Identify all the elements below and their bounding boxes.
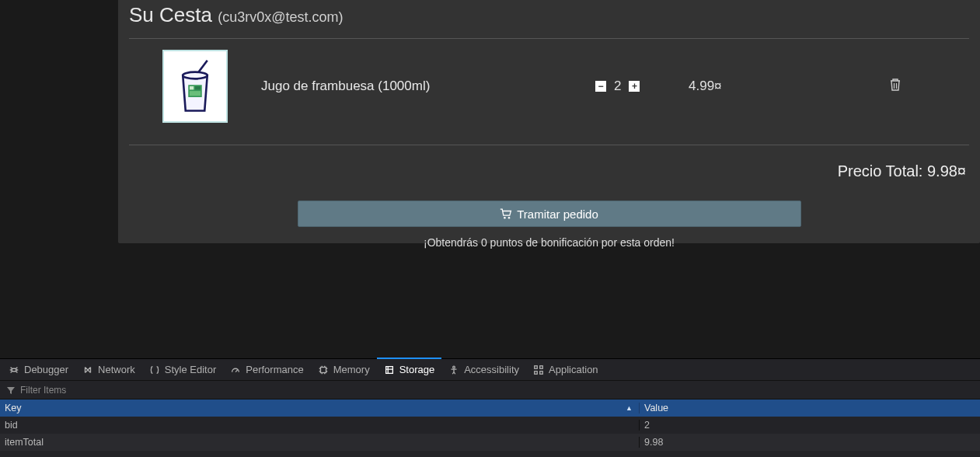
debugger-icon bbox=[9, 365, 19, 375]
divider bbox=[129, 145, 969, 145]
cart-panel: Su Cesta (cu3rv0x@test.com) bbox=[118, 0, 980, 243]
svg-point-9 bbox=[508, 217, 511, 219]
tab-style-editor[interactable]: Style Editor bbox=[142, 358, 223, 381]
cart-title: Su Cesta (cu3rv0x@test.com) bbox=[129, 3, 969, 27]
memory-icon bbox=[318, 365, 329, 375]
tab-storage[interactable]: Storage bbox=[377, 358, 442, 381]
svg-point-8 bbox=[504, 217, 506, 219]
increase-qty-button[interactable]: + bbox=[629, 81, 640, 92]
tab-debugger[interactable]: Debugger bbox=[2, 358, 75, 381]
cart-icon bbox=[500, 208, 512, 220]
svg-rect-16 bbox=[540, 371, 543, 374]
item-price: 4.99¤ bbox=[689, 78, 821, 94]
tab-application[interactable]: Application bbox=[526, 358, 605, 381]
svg-rect-5 bbox=[190, 91, 201, 96]
quantity-value: 2 bbox=[614, 78, 621, 94]
tab-accessibility[interactable]: Accessibility bbox=[441, 358, 526, 381]
tab-label: Storage bbox=[399, 364, 435, 375]
item-thumbnail[interactable] bbox=[162, 50, 228, 123]
column-header-key[interactable]: Key ▲ bbox=[0, 403, 640, 413]
tab-label: Accessibility bbox=[464, 364, 519, 375]
column-header-value[interactable]: Value bbox=[640, 403, 980, 413]
cell-value: 9.98 bbox=[640, 437, 980, 448]
performance-icon bbox=[230, 365, 241, 375]
decrease-qty-button[interactable]: − bbox=[595, 81, 606, 92]
cell-key: itemTotal bbox=[0, 437, 640, 448]
tab-label: Performance bbox=[246, 364, 303, 375]
tab-memory[interactable]: Memory bbox=[311, 358, 377, 381]
svg-rect-14 bbox=[540, 365, 543, 368]
tab-label: Network bbox=[98, 364, 135, 375]
checkout-section: Tramitar pedido ¡Obtendrás 0 puntos de b… bbox=[129, 201, 969, 249]
tab-label: Application bbox=[549, 364, 598, 375]
svg-rect-15 bbox=[535, 371, 538, 374]
svg-rect-3 bbox=[190, 86, 194, 89]
item-thumbnail-wrap bbox=[129, 50, 261, 123]
column-value-label: Value bbox=[644, 403, 668, 413]
devtools-panel: Debugger Network Style Editor Performanc… bbox=[0, 358, 980, 457]
tab-label: Style Editor bbox=[165, 364, 216, 375]
accessibility-icon bbox=[448, 365, 459, 375]
network-icon bbox=[82, 365, 93, 375]
cart-item-row: Jugo de frambuesa (1000ml) − 2 + 4.99¤ bbox=[129, 39, 969, 134]
svg-point-1 bbox=[183, 72, 208, 79]
tab-label: Memory bbox=[333, 364, 370, 375]
tab-performance[interactable]: Performance bbox=[223, 358, 310, 381]
sort-asc-icon: ▲ bbox=[626, 404, 633, 412]
storage-filter-bar bbox=[0, 381, 980, 399]
trash-icon bbox=[889, 78, 902, 92]
storage-table-body: bid 2 itemTotal 9.98 bbox=[0, 417, 980, 451]
svg-point-12 bbox=[453, 366, 455, 368]
application-icon bbox=[533, 365, 544, 375]
juice-cup-icon bbox=[172, 59, 218, 113]
tab-label: Debugger bbox=[24, 364, 68, 375]
column-key-label: Key bbox=[5, 403, 22, 413]
svg-rect-13 bbox=[535, 365, 538, 368]
filter-input[interactable] bbox=[20, 385, 253, 396]
table-row[interactable]: bid 2 bbox=[0, 417, 980, 434]
svg-rect-4 bbox=[195, 86, 201, 89]
cart-title-text: Su Cesta bbox=[129, 3, 212, 26]
style-editor-icon bbox=[149, 365, 160, 375]
checkout-button[interactable]: Tramitar pedido bbox=[298, 201, 801, 227]
storage-table-header[interactable]: Key ▲ Value bbox=[0, 399, 980, 417]
app-viewport: Su Cesta (cu3rv0x@test.com) bbox=[0, 0, 980, 358]
item-name: Jugo de frambuesa (1000ml) bbox=[261, 78, 595, 94]
cell-key: bid bbox=[0, 420, 640, 431]
cell-value: 2 bbox=[640, 420, 980, 431]
quantity-group: − 2 + bbox=[595, 78, 689, 94]
total-price: Precio Total: 9.98¤ bbox=[129, 162, 969, 180]
filter-icon bbox=[6, 385, 16, 395]
remove-item-button[interactable] bbox=[821, 78, 969, 95]
tab-network[interactable]: Network bbox=[75, 358, 142, 381]
checkout-label: Tramitar pedido bbox=[517, 208, 598, 221]
bonus-points-text: ¡Obtendrás 0 puntos de bonificación por … bbox=[424, 236, 675, 249]
svg-rect-10 bbox=[320, 367, 326, 372]
devtools-tabbar: Debugger Network Style Editor Performanc… bbox=[0, 358, 980, 381]
svg-rect-11 bbox=[385, 366, 392, 373]
table-row[interactable]: itemTotal 9.98 bbox=[0, 434, 980, 451]
left-gutter bbox=[0, 0, 118, 358]
storage-icon bbox=[384, 365, 395, 375]
cart-email: (cu3rv0x@test.com) bbox=[218, 9, 343, 25]
